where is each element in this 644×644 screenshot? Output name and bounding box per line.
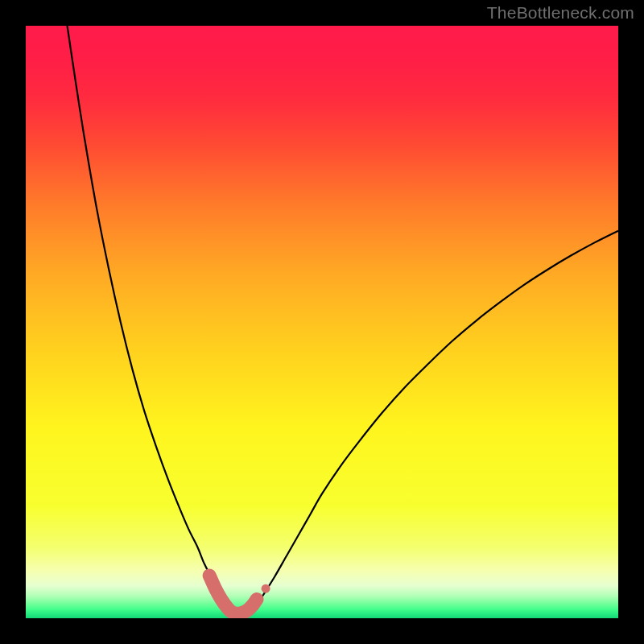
plot-svg [26,26,618,618]
chart-frame: TheBottleneck.com [0,0,644,644]
gradient-background [26,26,618,618]
plot-area [26,26,618,618]
watermark-text: TheBottleneck.com [487,3,634,23]
sample-marker-outlier [262,584,270,593]
